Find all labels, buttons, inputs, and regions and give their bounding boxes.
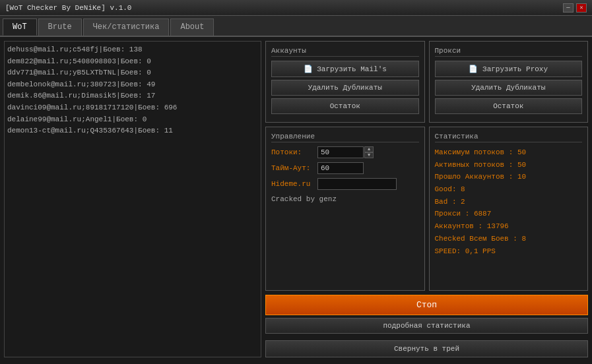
accounts-section: Аккаунты 📄 Загрузить Mail's Удалить Дубл… (265, 41, 425, 123)
timeout-row: Тайм-Аут: (271, 162, 419, 174)
proxy-title: Прокси (435, 47, 583, 57)
log-entry: delaine99@mail.ru;Angel1|Боев: 0 (7, 114, 258, 126)
log-entry: dembelonok@mail.ru;380723|Боев: 49 (7, 79, 258, 91)
threads-label: Потоки: (271, 148, 317, 156)
log-entry: demik.86@mail.ru;Dimasik5|Боев: 17 (7, 90, 258, 102)
tab-brute[interactable]: Brute (38, 18, 82, 36)
threads-up[interactable]: ▲ (364, 146, 374, 152)
title-bar: [WoT Checker By DeNiKe] v.1.0 — ✕ (0, 0, 592, 16)
timeout-label: Тайм-Аут: (271, 164, 317, 172)
app-title: [WoT Checker By DeNiKe] v.1.0 (5, 4, 131, 12)
stats-line: Прошло Аккаунтов : 10 (435, 171, 583, 183)
stats-line: Активных потоков : 50 (435, 159, 583, 171)
stats-lines: Максимум потоков : 50Активных потоков : … (435, 146, 583, 257)
control-title: Управление (271, 133, 419, 142)
proxy-section: Прокси 📄 Загрузить Proxy Удалить Дублика… (429, 41, 589, 123)
remain-accounts-button[interactable]: Остаток (271, 98, 419, 114)
tab-bar: WoT Brute Чек/статистика About (0, 16, 592, 37)
tab-wot[interactable]: WoT (3, 18, 37, 36)
right-panel: Аккаунты 📄 Загрузить Mail's Удалить Дубл… (265, 41, 588, 357)
hideme-input[interactable] (317, 178, 397, 190)
hideme-row: Hideme.ru (271, 178, 419, 190)
doc-icon-proxy: 📄 (469, 65, 478, 73)
stats-line: Максимум потоков : 50 (435, 146, 583, 159)
close-button[interactable]: ✕ (576, 3, 587, 13)
cracked-by: Cracked by genz (271, 195, 419, 203)
log-entry: demon13-ct@mail.ru;Q435367643|Боев: 11 (7, 125, 258, 137)
remove-dup-proxy-button[interactable]: Удалить Дубликаты (435, 80, 583, 96)
stop-button[interactable]: Стоп (265, 295, 588, 315)
threads-row: Потоки: ▲ ▼ (271, 146, 419, 158)
log-entry: davinci09@mail.ru;89181717120|Боев: 696 (7, 102, 258, 114)
tray-button[interactable]: Свернуть в трей (265, 340, 588, 357)
log-entry: dehuss@mail.ru;c548fj|Боев: 138 (7, 44, 258, 56)
main-content: dehuss@mail.ru;c548fj|Боев: 138dem822@ma… (0, 37, 592, 361)
doc-icon: 📄 (304, 65, 313, 73)
timeout-input[interactable] (317, 162, 364, 174)
remove-dup-accounts-button[interactable]: Удалить Дубликаты (271, 80, 419, 96)
threads-down[interactable]: ▼ (364, 152, 374, 158)
threads-input[interactable] (317, 146, 364, 158)
detailed-stats-button[interactable]: подробная статистика (265, 318, 588, 334)
log-panel[interactable]: dehuss@mail.ru;c548fj|Боев: 138dem822@ma… (4, 41, 261, 357)
control-section: Управление Потоки: ▲ ▼ Тайм-Аут: Hideme.… (265, 127, 425, 291)
hideme-label: Hideme.ru (271, 180, 317, 188)
window-controls: — ✕ (563, 3, 587, 13)
log-entry: ddv771@mail.ru;yB5LXTbTNL|Боев: 0 (7, 67, 258, 79)
minimize-button[interactable]: — (563, 3, 574, 13)
middle-row: Управление Потоки: ▲ ▼ Тайм-Аут: Hideme.… (265, 127, 588, 291)
tab-chek-statistika[interactable]: Чек/статистика (83, 18, 170, 36)
stats-line: Аккаунтов : 13796 (435, 220, 583, 233)
stats-line: Checked Всем Боев : 8 (435, 233, 583, 245)
load-mails-button[interactable]: 📄 Загрузить Mail's (271, 61, 419, 77)
stats-line: Bad : 2 (435, 196, 583, 208)
bottom-row: Стоп подробная статистика (265, 295, 588, 334)
remain-proxy-button[interactable]: Остаток (435, 98, 583, 114)
stats-line: Good: 8 (435, 183, 583, 196)
top-row: Аккаунты 📄 Загрузить Mail's Удалить Дубл… (265, 41, 588, 123)
stats-section: Статистика Максимум потоков : 50Активных… (429, 127, 589, 291)
load-proxy-button[interactable]: 📄 Загрузить Proxy (435, 61, 583, 77)
threads-spinner[interactable]: ▲ ▼ (364, 146, 374, 158)
stats-line: Прокси : 6887 (435, 208, 583, 220)
tab-about[interactable]: About (170, 18, 214, 36)
stats-title: Статистика (435, 133, 583, 142)
stats-line: SPEED: 0,1 PPS (435, 245, 583, 258)
log-entries: dehuss@mail.ru;c548fj|Боев: 138dem822@ma… (7, 44, 258, 137)
log-entry: dem822@mail.ru;5408098803|Боев: 0 (7, 56, 258, 68)
accounts-title: Аккаунты (271, 47, 419, 57)
